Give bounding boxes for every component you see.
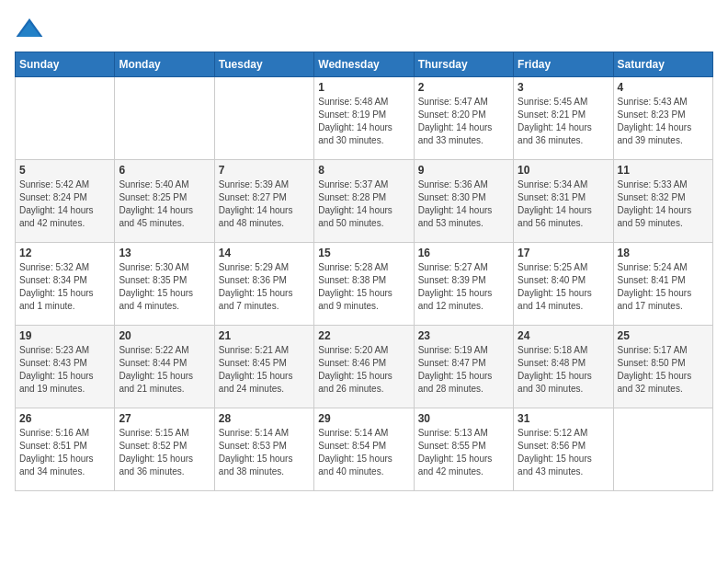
calendar-cell: 9Sunrise: 5:36 AM Sunset: 8:30 PM Daylig… [414,160,513,243]
day-info: Sunrise: 5:28 AM Sunset: 8:38 PM Dayligh… [318,261,409,313]
day-number: 27 [119,412,210,425]
page-header [15,15,713,44]
calendar-cell: 7Sunrise: 5:39 AM Sunset: 8:27 PM Daylig… [214,160,313,243]
calendar-cell: 17Sunrise: 5:25 AM Sunset: 8:40 PM Dayli… [514,243,613,326]
calendar-cell [214,77,313,160]
day-number: 5 [19,164,110,177]
day-number: 7 [219,164,310,177]
calendar-cell: 8Sunrise: 5:37 AM Sunset: 8:28 PM Daylig… [314,160,414,243]
weekday-header-saturday: Saturday [613,52,712,77]
calendar-cell: 20Sunrise: 5:22 AM Sunset: 8:44 PM Dayli… [115,326,214,408]
day-number: 20 [119,329,210,342]
day-number: 4 [618,81,709,94]
calendar-cell [115,77,214,160]
day-info: Sunrise: 5:13 AM Sunset: 8:55 PM Dayligh… [418,427,509,478]
calendar-cell: 13Sunrise: 5:30 AM Sunset: 8:35 PM Dayli… [115,243,214,326]
week-row-3: 12Sunrise: 5:32 AM Sunset: 8:34 PM Dayli… [16,243,713,326]
calendar-cell: 25Sunrise: 5:17 AM Sunset: 8:50 PM Dayli… [613,326,712,408]
calendar-cell [613,408,712,491]
calendar-cell: 10Sunrise: 5:34 AM Sunset: 8:31 PM Dayli… [514,160,613,243]
day-number: 28 [219,412,310,425]
day-info: Sunrise: 5:30 AM Sunset: 8:35 PM Dayligh… [119,261,210,313]
day-number: 10 [518,164,609,177]
calendar-table: SundayMondayTuesdayWednesdayThursdayFrid… [15,52,713,491]
day-info: Sunrise: 5:27 AM Sunset: 8:39 PM Dayligh… [418,261,509,313]
weekday-header-row: SundayMondayTuesdayWednesdayThursdayFrid… [16,52,713,77]
calendar-cell: 22Sunrise: 5:20 AM Sunset: 8:46 PM Dayli… [314,326,414,408]
day-number: 1 [318,81,409,94]
day-number: 9 [418,164,509,177]
day-info: Sunrise: 5:23 AM Sunset: 8:43 PM Dayligh… [19,344,110,396]
day-info: Sunrise: 5:33 AM Sunset: 8:32 PM Dayligh… [618,178,709,230]
calendar-cell: 14Sunrise: 5:29 AM Sunset: 8:36 PM Dayli… [214,243,313,326]
day-info: Sunrise: 5:42 AM Sunset: 8:24 PM Dayligh… [19,178,110,230]
day-number: 16 [418,247,509,259]
day-number: 11 [618,164,709,177]
calendar-cell: 16Sunrise: 5:27 AM Sunset: 8:39 PM Dayli… [414,243,513,326]
day-number: 15 [318,247,409,259]
weekday-header-sunday: Sunday [16,52,115,77]
calendar-cell: 28Sunrise: 5:14 AM Sunset: 8:53 PM Dayli… [214,408,313,491]
day-number: 3 [518,81,609,94]
calendar-cell: 29Sunrise: 5:14 AM Sunset: 8:54 PM Dayli… [314,408,414,491]
calendar-cell: 19Sunrise: 5:23 AM Sunset: 8:43 PM Dayli… [16,326,115,408]
logo [15,15,48,44]
day-number: 26 [19,412,110,425]
day-number: 19 [19,329,110,342]
day-info: Sunrise: 5:18 AM Sunset: 8:48 PM Dayligh… [518,344,609,396]
day-info: Sunrise: 5:15 AM Sunset: 8:52 PM Dayligh… [119,427,210,478]
weekday-header-wednesday: Wednesday [314,52,414,77]
calendar-cell [16,77,115,160]
day-number: 22 [318,329,409,342]
day-number: 8 [318,164,409,177]
day-info: Sunrise: 5:19 AM Sunset: 8:47 PM Dayligh… [418,344,509,396]
calendar-cell: 6Sunrise: 5:40 AM Sunset: 8:25 PM Daylig… [115,160,214,243]
day-info: Sunrise: 5:47 AM Sunset: 8:20 PM Dayligh… [418,96,509,147]
day-info: Sunrise: 5:40 AM Sunset: 8:25 PM Dayligh… [119,178,210,230]
day-info: Sunrise: 5:16 AM Sunset: 8:51 PM Dayligh… [19,427,110,478]
day-info: Sunrise: 5:43 AM Sunset: 8:23 PM Dayligh… [618,96,709,147]
day-number: 30 [418,412,509,425]
weekday-header-thursday: Thursday [414,52,513,77]
day-info: Sunrise: 5:37 AM Sunset: 8:28 PM Dayligh… [318,178,409,230]
day-number: 24 [518,329,609,342]
day-info: Sunrise: 5:48 AM Sunset: 8:19 PM Dayligh… [318,96,409,147]
day-info: Sunrise: 5:12 AM Sunset: 8:56 PM Dayligh… [518,427,609,478]
calendar-cell: 26Sunrise: 5:16 AM Sunset: 8:51 PM Dayli… [16,408,115,491]
day-number: 2 [418,81,509,94]
day-info: Sunrise: 5:20 AM Sunset: 8:46 PM Dayligh… [318,344,409,396]
day-number: 31 [518,412,609,425]
day-info: Sunrise: 5:39 AM Sunset: 8:27 PM Dayligh… [219,178,310,230]
day-number: 25 [618,329,709,342]
day-info: Sunrise: 5:17 AM Sunset: 8:50 PM Dayligh… [618,344,709,396]
day-info: Sunrise: 5:14 AM Sunset: 8:54 PM Dayligh… [318,427,409,478]
calendar-cell: 3Sunrise: 5:45 AM Sunset: 8:21 PM Daylig… [514,77,613,160]
day-number: 13 [119,247,210,259]
weekday-header-monday: Monday [115,52,214,77]
calendar-cell: 4Sunrise: 5:43 AM Sunset: 8:23 PM Daylig… [613,77,712,160]
day-info: Sunrise: 5:45 AM Sunset: 8:21 PM Dayligh… [518,96,609,147]
logo-icon [15,15,44,44]
day-info: Sunrise: 5:36 AM Sunset: 8:30 PM Dayligh… [418,178,509,230]
day-number: 14 [219,247,310,259]
day-number: 12 [19,247,110,259]
calendar-cell: 15Sunrise: 5:28 AM Sunset: 8:38 PM Dayli… [314,243,414,326]
calendar-cell: 21Sunrise: 5:21 AM Sunset: 8:45 PM Dayli… [214,326,313,408]
week-row-4: 19Sunrise: 5:23 AM Sunset: 8:43 PM Dayli… [16,326,713,408]
day-info: Sunrise: 5:32 AM Sunset: 8:34 PM Dayligh… [19,261,110,313]
day-info: Sunrise: 5:14 AM Sunset: 8:53 PM Dayligh… [219,427,310,478]
day-number: 21 [219,329,310,342]
week-row-1: 1Sunrise: 5:48 AM Sunset: 8:19 PM Daylig… [16,77,713,160]
day-info: Sunrise: 5:29 AM Sunset: 8:36 PM Dayligh… [219,261,310,313]
week-row-5: 26Sunrise: 5:16 AM Sunset: 8:51 PM Dayli… [16,408,713,491]
calendar-cell: 2Sunrise: 5:47 AM Sunset: 8:20 PM Daylig… [414,77,513,160]
day-number: 6 [119,164,210,177]
weekday-header-tuesday: Tuesday [214,52,313,77]
calendar-cell: 23Sunrise: 5:19 AM Sunset: 8:47 PM Dayli… [414,326,513,408]
day-info: Sunrise: 5:25 AM Sunset: 8:40 PM Dayligh… [518,261,609,313]
day-info: Sunrise: 5:21 AM Sunset: 8:45 PM Dayligh… [219,344,310,396]
calendar-cell: 31Sunrise: 5:12 AM Sunset: 8:56 PM Dayli… [514,408,613,491]
day-number: 23 [418,329,509,342]
day-info: Sunrise: 5:22 AM Sunset: 8:44 PM Dayligh… [119,344,210,396]
calendar-cell: 18Sunrise: 5:24 AM Sunset: 8:41 PM Dayli… [613,243,712,326]
